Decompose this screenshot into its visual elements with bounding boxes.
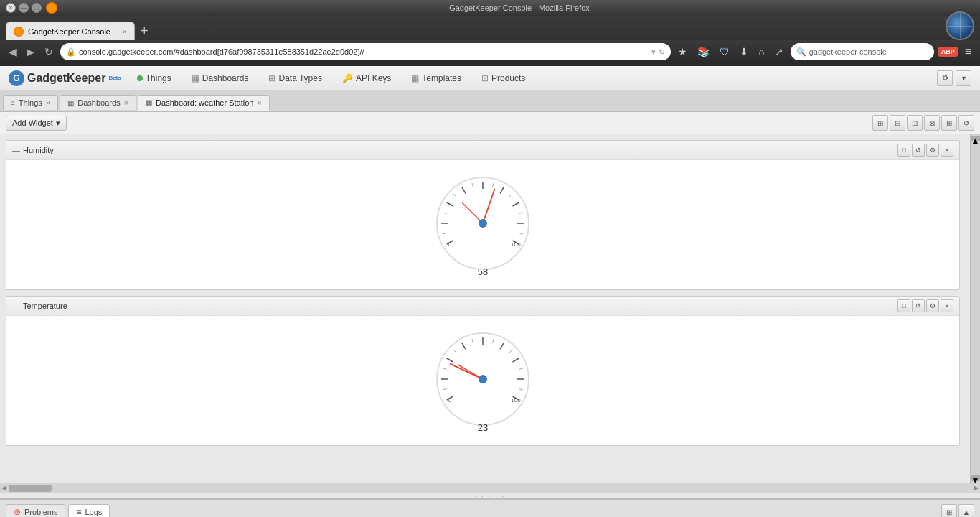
dropdown-arrow-icon[interactable]: ▾	[651, 47, 656, 57]
dashboard-content: — Humidity □ ↺ ⚙ ×	[0, 134, 970, 483]
dashboards-tab-icon: ▦	[67, 99, 74, 107]
widget-toolbar: Add Widget ▾ ⊞ ⊟ ⊡ ⊠ ⊞ ↺	[0, 112, 980, 134]
app-navbar: G GadgetKeeper Beta Things ▦ Dashboards …	[0, 66, 980, 90]
maximize-window-btn[interactable]: □	[32, 3, 42, 13]
reload-small-icon[interactable]: ↻	[659, 47, 665, 57]
home-icon[interactable]: ⌂	[755, 45, 767, 59]
nav-data-types[interactable]: ⊞ Data Types	[264, 70, 326, 86]
library-icon[interactable]: 📚	[694, 45, 712, 59]
temperature-config-btn[interactable]: ⚙	[926, 299, 939, 312]
humidity-widget: — Humidity □ ↺ ⚙ ×	[6, 140, 960, 290]
problems-tab[interactable]: ⊗ Problems	[6, 504, 65, 517]
shield-icon[interactable]: 🛡	[717, 45, 732, 59]
abp-addon-btn[interactable]: ABP	[938, 47, 958, 57]
humidity-widget-title: — Humidity	[12, 146, 54, 154]
things-inner-tab[interactable]: ≡ Things ×	[3, 95, 58, 110]
temperature-widget-title: — Temperature	[12, 302, 67, 310]
tab-close-icon[interactable]: ×	[123, 27, 127, 36]
minimize-window-btn[interactable]: —	[19, 3, 29, 13]
add-widget-button[interactable]: Add Widget ▾	[6, 116, 67, 131]
layout-2-btn[interactable]: ⊟	[890, 115, 905, 131]
things-tab-icon: ≡	[11, 99, 15, 107]
scrollbar-track[interactable]	[971, 143, 980, 474]
dashboards-tab-close-icon[interactable]: ×	[124, 98, 128, 107]
dashboards-tab-label: Dashboards	[77, 98, 120, 107]
nav-templates-label: Templates	[422, 73, 461, 83]
browser-globe-icon	[946, 11, 974, 40]
humidity-gauge-svg: 0 100	[433, 173, 533, 274]
browser-chrome: GadgetKeeper Console × + ◀ ▶ ↻ 🔒 console…	[0, 16, 980, 66]
reload-button[interactable]: ↻	[42, 45, 56, 59]
nav-api-keys[interactable]: 🔑 API Keys	[338, 70, 395, 86]
humidity-widget-header: — Humidity □ ↺ ⚙ ×	[6, 141, 959, 160]
nav-dashboards[interactable]: ▦ Dashboards	[187, 70, 253, 86]
bottom-action-1[interactable]: ⊞	[941, 504, 957, 517]
beta-badge: Beta	[108, 75, 121, 81]
dashboard-weather-inner-tab[interactable]: ▦ Dashboard: weather Station ×	[138, 95, 270, 111]
things-tab-close-icon[interactable]: ×	[46, 98, 50, 107]
settings-btn[interactable]: ⚙	[937, 70, 953, 86]
temperature-title-text: Temperature	[23, 302, 67, 310]
browser-tab-active[interactable]: GadgetKeeper Console ×	[6, 22, 135, 40]
h-scrollbar-thumb[interactable]	[9, 485, 52, 492]
problems-tab-label: Problems	[24, 508, 57, 516]
svg-text:0: 0	[448, 397, 452, 404]
search-text: gadgetkeeper console	[809, 47, 887, 56]
temperature-gauge-svg: 0 100	[433, 329, 533, 429]
nav-things[interactable]: Things	[133, 70, 176, 86]
layout-3-btn[interactable]: ⊡	[907, 115, 923, 131]
tab-label: GadgetKeeper Console	[28, 27, 110, 36]
layout-4-btn[interactable]: ⊠	[924, 115, 940, 131]
temperature-minimize-btn[interactable]: □	[897, 299, 910, 312]
new-tab-button[interactable]: +	[136, 22, 153, 40]
download-icon[interactable]: ⬇	[737, 45, 751, 59]
logs-tab-label: Logs	[85, 508, 102, 516]
problems-error-icon: ⊗	[14, 507, 21, 517]
nav-templates[interactable]: ▦ Templates	[407, 70, 466, 86]
weather-tab-label: Dashboard: weather Station	[156, 98, 253, 107]
layout-5-btn[interactable]: ⊞	[941, 115, 957, 131]
humidity-minimize-btn[interactable]: □	[897, 144, 910, 157]
vertical-scrollbar[interactable]: ▲ ▼	[970, 134, 980, 483]
search-box[interactable]: 🔍 gadgetkeeper console	[791, 43, 934, 60]
humidity-gauge: 0 100 58	[433, 173, 533, 277]
weather-tab-close-icon[interactable]: ×	[257, 98, 261, 107]
apikeys-icon: 🔑	[342, 73, 353, 83]
settings-dropdown-btn[interactable]: ▾	[956, 70, 971, 86]
temperature-settings-btn[interactable]: ↺	[912, 299, 925, 312]
nav-products[interactable]: ⊡ Products	[477, 70, 529, 86]
horizontal-scrollbar[interactable]: ◀ ▶	[0, 483, 980, 493]
browser-menu-icon[interactable]: ≡	[962, 44, 974, 60]
dashboards-inner-tab[interactable]: ▦ Dashboards ×	[60, 95, 136, 110]
h-scroll-left[interactable]: ◀	[0, 485, 7, 491]
logs-tab[interactable]: ≡ Logs	[68, 504, 110, 517]
svg-text:100: 100	[511, 241, 521, 248]
layout-1-btn[interactable]: ⊞	[872, 115, 888, 131]
humidity-title-text: Humidity	[23, 146, 54, 154]
humidity-collapse-btn[interactable]: —	[12, 146, 20, 154]
logs-list-icon: ≡	[76, 507, 81, 517]
address-bar[interactable]: 🔒 console.gadgetkeeper.com/#dashboard[d7…	[60, 43, 671, 60]
close-window-btn[interactable]: ×	[6, 3, 16, 13]
add-widget-dropdown-icon: ▾	[56, 118, 60, 128]
scrollbar-arrow-down[interactable]: ▼	[971, 475, 980, 481]
temperature-gauge: 0 100 23	[433, 329, 533, 433]
temperature-collapse-btn[interactable]: —	[12, 302, 20, 310]
refresh-btn[interactable]: ↺	[958, 115, 974, 131]
drag-handle[interactable]: · · · · ·	[0, 493, 980, 498]
humidity-settings-btn[interactable]: ↺	[912, 144, 925, 157]
humidity-config-btn[interactable]: ⚙	[926, 144, 939, 157]
forward-button[interactable]: ▶	[24, 45, 37, 59]
temperature-widget-actions: □ ↺ ⚙ ×	[897, 299, 953, 312]
temperature-close-btn[interactable]: ×	[941, 299, 953, 312]
temperature-value: 23	[478, 422, 488, 433]
share-icon[interactable]: ↗	[772, 45, 786, 59]
humidity-close-btn[interactable]: ×	[941, 144, 953, 157]
inner-tab-bar: ≡ Things × ▦ Dashboards × ▦ Dashboard: w…	[0, 90, 980, 112]
products-icon: ⊡	[481, 73, 489, 83]
h-scroll-right[interactable]: ▶	[973, 485, 980, 491]
bottom-scroll-up[interactable]: ▲	[958, 504, 974, 517]
back-button[interactable]: ◀	[6, 45, 19, 59]
bookmark-icon[interactable]: ★	[675, 45, 690, 59]
scrollbar-arrow-up[interactable]: ▲	[971, 136, 980, 141]
